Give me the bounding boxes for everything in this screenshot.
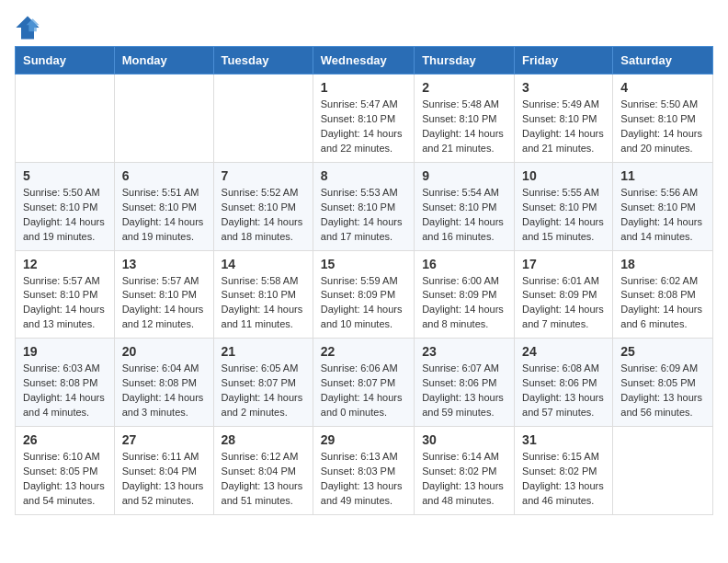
calendar-cell: 27Sunrise: 6:11 AMSunset: 8:04 PMDayligh… xyxy=(114,427,213,515)
day-number: 31 xyxy=(522,432,605,447)
calendar-cell: 28Sunrise: 6:12 AMSunset: 8:04 PMDayligh… xyxy=(213,427,313,515)
calendar-week-row: 12Sunrise: 5:57 AMSunset: 8:10 PMDayligh… xyxy=(16,250,713,339)
day-number: 13 xyxy=(122,257,206,271)
day-info: Sunrise: 6:11 AMSunset: 8:04 PMDaylight:… xyxy=(122,450,206,509)
day-number: 15 xyxy=(321,257,406,271)
day-number: 11 xyxy=(620,168,705,183)
calendar-cell: 7Sunrise: 5:52 AMSunset: 8:10 PMDaylight… xyxy=(213,162,313,250)
weekday-header-cell: Saturday xyxy=(613,47,713,75)
weekday-header-cell: Tuesday xyxy=(213,47,313,75)
calendar-cell: 24Sunrise: 6:08 AMSunset: 8:06 PMDayligh… xyxy=(515,339,613,427)
calendar-cell: 25Sunrise: 6:09 AMSunset: 8:05 PMDayligh… xyxy=(613,339,713,427)
day-number: 24 xyxy=(522,344,605,359)
calendar-table: SundayMondayTuesdayWednesdayThursdayFrid… xyxy=(15,46,713,515)
day-info: Sunrise: 5:54 AMSunset: 8:10 PMDaylight:… xyxy=(422,186,506,245)
calendar-cell: 13Sunrise: 5:57 AMSunset: 8:10 PMDayligh… xyxy=(114,250,213,339)
day-info: Sunrise: 5:49 AMSunset: 8:10 PMDaylight:… xyxy=(522,98,605,156)
day-info: Sunrise: 5:47 AMSunset: 8:10 PMDaylight:… xyxy=(321,98,406,156)
day-info: Sunrise: 5:51 AMSunset: 8:10 PMDaylight:… xyxy=(122,186,206,245)
day-number: 8 xyxy=(321,168,406,183)
calendar-week-row: 5Sunrise: 5:50 AMSunset: 8:10 PMDaylight… xyxy=(16,162,713,250)
day-info: Sunrise: 6:12 AMSunset: 8:04 PMDaylight:… xyxy=(222,450,305,509)
day-info: Sunrise: 5:52 AMSunset: 8:10 PMDaylight:… xyxy=(222,186,305,245)
day-number: 27 xyxy=(122,432,206,447)
calendar-cell: 10Sunrise: 5:55 AMSunset: 8:10 PMDayligh… xyxy=(515,162,613,250)
weekday-header-cell: Friday xyxy=(515,47,613,75)
day-number: 7 xyxy=(222,168,305,183)
weekday-header-cell: Thursday xyxy=(415,47,515,75)
day-info: Sunrise: 6:03 AMSunset: 8:08 PMDaylight:… xyxy=(23,362,107,420)
day-number: 1 xyxy=(321,80,406,95)
day-number: 17 xyxy=(522,257,605,271)
day-info: Sunrise: 6:15 AMSunset: 8:02 PMDaylight:… xyxy=(522,450,605,509)
day-number: 26 xyxy=(23,432,107,447)
day-info: Sunrise: 6:01 AMSunset: 8:09 PMDaylight:… xyxy=(522,274,605,333)
calendar-cell: 18Sunrise: 6:02 AMSunset: 8:08 PMDayligh… xyxy=(613,250,713,339)
day-info: Sunrise: 5:59 AMSunset: 8:09 PMDaylight:… xyxy=(321,274,406,333)
calendar-cell: 6Sunrise: 5:51 AMSunset: 8:10 PMDaylight… xyxy=(114,162,213,250)
day-number: 6 xyxy=(122,168,206,183)
day-number: 23 xyxy=(422,344,506,359)
day-info: Sunrise: 5:57 AMSunset: 8:10 PMDaylight:… xyxy=(23,274,107,333)
day-number: 18 xyxy=(620,257,705,271)
calendar-week-row: 19Sunrise: 6:03 AMSunset: 8:08 PMDayligh… xyxy=(16,339,713,427)
calendar-body: 1Sunrise: 5:47 AMSunset: 8:10 PMDaylight… xyxy=(16,75,713,515)
weekday-header-cell: Sunday xyxy=(16,47,115,75)
calendar-cell: 26Sunrise: 6:10 AMSunset: 8:05 PMDayligh… xyxy=(16,427,115,515)
calendar-cell xyxy=(16,75,115,163)
calendar-cell: 2Sunrise: 5:48 AMSunset: 8:10 PMDaylight… xyxy=(415,75,515,163)
day-info: Sunrise: 6:14 AMSunset: 8:02 PMDaylight:… xyxy=(422,450,506,509)
calendar-cell: 29Sunrise: 6:13 AMSunset: 8:03 PMDayligh… xyxy=(313,427,414,515)
day-info: Sunrise: 6:02 AMSunset: 8:08 PMDaylight:… xyxy=(620,274,705,333)
day-info: Sunrise: 6:07 AMSunset: 8:06 PMDaylight:… xyxy=(422,362,506,420)
calendar-cell xyxy=(213,75,313,163)
calendar-cell: 4Sunrise: 5:50 AMSunset: 8:10 PMDaylight… xyxy=(613,75,713,163)
day-number: 30 xyxy=(422,432,506,447)
day-number: 16 xyxy=(422,257,506,271)
day-info: Sunrise: 6:06 AMSunset: 8:07 PMDaylight:… xyxy=(321,362,406,420)
day-info: Sunrise: 6:09 AMSunset: 8:05 PMDaylight:… xyxy=(620,362,705,420)
calendar-cell: 11Sunrise: 5:56 AMSunset: 8:10 PMDayligh… xyxy=(613,162,713,250)
day-number: 10 xyxy=(522,168,605,183)
weekday-header-cell: Wednesday xyxy=(313,47,414,75)
day-info: Sunrise: 5:50 AMSunset: 8:10 PMDaylight:… xyxy=(620,98,705,156)
logo-icon xyxy=(15,15,40,40)
day-info: Sunrise: 6:13 AMSunset: 8:03 PMDaylight:… xyxy=(321,450,406,509)
day-info: Sunrise: 5:55 AMSunset: 8:10 PMDaylight:… xyxy=(522,186,605,245)
calendar-cell: 20Sunrise: 6:04 AMSunset: 8:08 PMDayligh… xyxy=(114,339,213,427)
day-info: Sunrise: 6:05 AMSunset: 8:07 PMDaylight:… xyxy=(222,362,305,420)
calendar-cell: 17Sunrise: 6:01 AMSunset: 8:09 PMDayligh… xyxy=(515,250,613,339)
day-info: Sunrise: 5:56 AMSunset: 8:10 PMDaylight:… xyxy=(620,186,705,245)
calendar-cell: 30Sunrise: 6:14 AMSunset: 8:02 PMDayligh… xyxy=(415,427,515,515)
day-info: Sunrise: 6:08 AMSunset: 8:06 PMDaylight:… xyxy=(522,362,605,420)
day-info: Sunrise: 6:00 AMSunset: 8:09 PMDaylight:… xyxy=(422,274,506,333)
calendar-week-row: 26Sunrise: 6:10 AMSunset: 8:05 PMDayligh… xyxy=(16,427,713,515)
calendar-cell xyxy=(613,427,713,515)
day-number: 29 xyxy=(321,432,406,447)
calendar-cell: 21Sunrise: 6:05 AMSunset: 8:07 PMDayligh… xyxy=(213,339,313,427)
calendar-cell: 22Sunrise: 6:06 AMSunset: 8:07 PMDayligh… xyxy=(313,339,414,427)
calendar-cell: 15Sunrise: 5:59 AMSunset: 8:09 PMDayligh… xyxy=(313,250,414,339)
day-number: 19 xyxy=(23,344,107,359)
day-number: 28 xyxy=(222,432,305,447)
calendar-cell xyxy=(114,75,213,163)
day-info: Sunrise: 6:10 AMSunset: 8:05 PMDaylight:… xyxy=(23,450,107,509)
calendar-cell: 9Sunrise: 5:54 AMSunset: 8:10 PMDaylight… xyxy=(415,162,515,250)
weekday-header-cell: Monday xyxy=(114,47,213,75)
day-info: Sunrise: 5:58 AMSunset: 8:10 PMDaylight:… xyxy=(222,274,305,333)
day-number: 21 xyxy=(222,344,305,359)
day-info: Sunrise: 5:50 AMSunset: 8:10 PMDaylight:… xyxy=(23,186,107,245)
calendar-cell: 12Sunrise: 5:57 AMSunset: 8:10 PMDayligh… xyxy=(16,250,115,339)
logo xyxy=(15,15,44,40)
day-info: Sunrise: 5:53 AMSunset: 8:10 PMDaylight:… xyxy=(321,186,406,245)
calendar-cell: 19Sunrise: 6:03 AMSunset: 8:08 PMDayligh… xyxy=(16,339,115,427)
calendar-cell: 23Sunrise: 6:07 AMSunset: 8:06 PMDayligh… xyxy=(415,339,515,427)
calendar-week-row: 1Sunrise: 5:47 AMSunset: 8:10 PMDaylight… xyxy=(16,75,713,163)
day-info: Sunrise: 5:48 AMSunset: 8:10 PMDaylight:… xyxy=(422,98,506,156)
day-info: Sunrise: 6:04 AMSunset: 8:08 PMDaylight:… xyxy=(122,362,206,420)
calendar-cell: 8Sunrise: 5:53 AMSunset: 8:10 PMDaylight… xyxy=(313,162,414,250)
day-number: 25 xyxy=(620,344,705,359)
calendar-cell: 31Sunrise: 6:15 AMSunset: 8:02 PMDayligh… xyxy=(515,427,613,515)
day-number: 22 xyxy=(321,344,406,359)
day-number: 9 xyxy=(422,168,506,183)
